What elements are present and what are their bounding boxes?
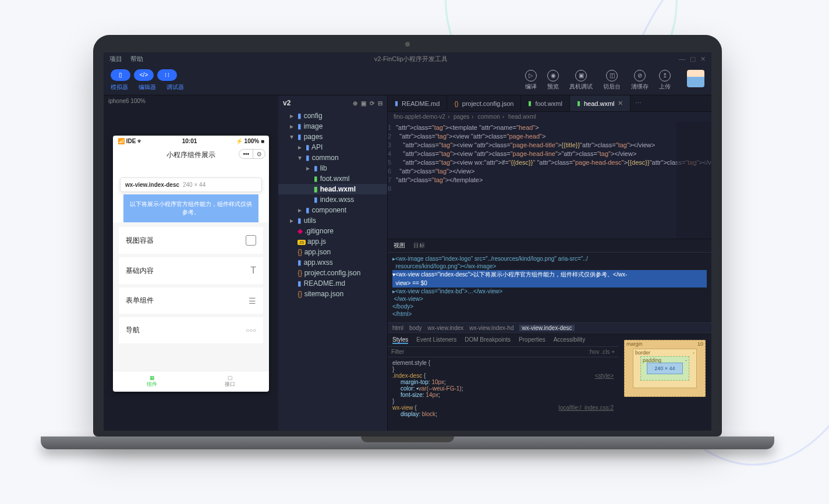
mode-editor-button[interactable]: </> <box>134 69 154 81</box>
phone-tabbar: ▦组件 ▢接口 <box>113 371 269 392</box>
dots-icon: ○○○ <box>246 327 256 333</box>
laptop-frame: 项目 帮助 v2-FinClip小程序开发工具 — ▢ ✕ ▯ </> ⫶⫶ 模… <box>93 35 722 449</box>
avatar[interactable] <box>687 70 704 87</box>
menu-help[interactable]: 帮助 <box>130 55 143 63</box>
editor-tabs: ▮ README.md{} project.config.json▮ foot.… <box>388 95 711 112</box>
new-file-icon[interactable]: ⊕ <box>353 100 357 107</box>
device-info: iphone6 100% <box>104 95 278 107</box>
toolbar: ▯ </> ⫶⫶ 模拟器 编辑器 调试器 ▷编译 ◉预览 ▣真机调试 ◫切后台 … <box>104 65 711 95</box>
editor-panel: ▮ README.md{} project.config.json▮ foot.… <box>388 95 711 431</box>
dom-breakpoints-tab[interactable]: DOM Breakpoints <box>465 336 511 344</box>
file-item[interactable]: ▮ app.wxss <box>278 257 387 268</box>
upload-button[interactable]: ↥上传 <box>659 70 671 91</box>
folder-item[interactable]: ▸ ▮ component <box>278 205 387 215</box>
list-item[interactable]: 表单组件☰ <box>119 288 263 314</box>
file-item[interactable]: ◆ .gitignore <box>278 226 387 236</box>
background-button[interactable]: ◫切后台 <box>603 70 621 91</box>
styles-filter-input[interactable] <box>391 349 589 355</box>
folder-item[interactable]: ▸ ▮ image <box>278 121 387 132</box>
editor-tab[interactable]: ▮ README.md <box>388 95 447 111</box>
add-style-icon[interactable]: + <box>611 349 615 355</box>
crumb-item[interactable]: wx-view.index-desc <box>519 325 574 331</box>
simulator-panel: iphone6 100% 📶 IDE ᯤ 10:01 ⚡ 100% ■ 小程序组… <box>104 95 278 431</box>
file-item[interactable]: ▮ index.wxss <box>278 194 387 205</box>
phone-title: 小程序组件展示 •••⊙ <box>113 147 269 164</box>
crumb-item[interactable]: wx-view.index-hd <box>469 325 513 331</box>
remote-debug-button[interactable]: ▣真机调试 <box>569 70 593 91</box>
file-item[interactable]: ▮ foot.wxml <box>278 173 387 184</box>
container-icon <box>246 235 256 246</box>
close-icon[interactable]: ✕ <box>700 55 706 63</box>
list-item[interactable]: 基础内容T <box>119 257 263 284</box>
file-item[interactable]: JS app.js <box>278 236 387 247</box>
file-item[interactable]: {} project.config.json <box>278 268 387 278</box>
close-circle-icon[interactable]: ⊙ <box>253 150 265 158</box>
properties-tab[interactable]: Properties <box>519 336 545 344</box>
mode-editor-label: 编辑器 <box>139 83 156 91</box>
cls-toggle[interactable]: .cls <box>601 349 610 355</box>
ide-screen: 项目 帮助 v2-FinClip小程序开发工具 — ▢ ✕ ▯ </> ⫶⫶ 模… <box>104 52 711 431</box>
camera-notch <box>405 42 410 47</box>
phone-statusbar: 📶 IDE ᯤ 10:01 ⚡ 100% ■ <box>113 136 269 147</box>
component-list: 视图容器 基础内容T 表单组件☰ 导航○○○ <box>113 222 269 371</box>
dom-breadcrumb: html body wx-view.index wx-view.index-hd… <box>388 322 711 333</box>
folder-item[interactable]: ▸ ▮ lib <box>278 163 387 173</box>
menu-project[interactable]: 项目 <box>109 55 122 63</box>
menu-icon: ☰ <box>249 296 256 306</box>
event-listeners-tab[interactable]: Event Listeners <box>416 336 456 344</box>
dt-tab-elements[interactable]: 视图 <box>394 242 405 250</box>
file-item[interactable]: {} app.json <box>278 247 387 257</box>
more-tabs-icon[interactable]: ⋯ <box>630 95 646 111</box>
editor-tab[interactable]: ▮ head.wxml ✕ <box>570 95 631 111</box>
tab-api[interactable]: ▢接口 <box>191 371 269 392</box>
project-root[interactable]: v2 <box>283 99 290 107</box>
folder-item[interactable]: ▸ ▮ utils <box>278 215 387 226</box>
crumb-item[interactable]: html <box>392 325 403 331</box>
more-icon[interactable]: ••• <box>239 150 253 158</box>
maximize-icon[interactable]: ▢ <box>690 55 696 63</box>
folder-item[interactable]: ▾ ▮ common <box>278 152 387 163</box>
list-item[interactable]: 视图容器 <box>119 227 263 254</box>
minimize-icon[interactable]: — <box>679 55 685 63</box>
code-editor[interactable]: 12345678 "attr">class="tag"><template "a… <box>388 122 711 239</box>
minimap[interactable] <box>676 122 711 239</box>
compile-button[interactable]: ▷编译 <box>525 70 537 91</box>
list-item[interactable]: 导航○○○ <box>119 317 263 343</box>
highlighted-element[interactable]: 以下将展示小程序官方组件能力，组件样式仅供参考。 <box>123 194 258 222</box>
editor-tab[interactable]: ▮ foot.wxml <box>521 95 569 111</box>
preview-button[interactable]: ◉预览 <box>547 70 559 91</box>
editor-tab[interactable]: {} project.config.json <box>447 95 521 111</box>
mode-debugger-button[interactable]: ⫶⫶ <box>157 69 177 81</box>
box-model: margin10 border- padding- 240 × 44 <box>618 334 711 431</box>
folder-item[interactable]: ▸ ▮ API <box>278 142 387 152</box>
folder-item[interactable]: ▸ ▮ config <box>278 111 387 121</box>
styles-tab[interactable]: Styles <box>392 336 408 344</box>
folder-item[interactable]: ▾ ▮ pages <box>278 132 387 142</box>
mode-simulator-label: 模拟器 <box>111 83 128 91</box>
dom-tree[interactable]: ▸<wx-image class="index-logo" src="../re… <box>388 253 711 322</box>
mode-debugger-label: 调试器 <box>166 83 184 91</box>
new-folder-icon[interactable]: ▣ <box>361 100 366 107</box>
crumb-item[interactable]: body <box>409 325 422 331</box>
mode-simulator-button[interactable]: ▯ <box>111 69 130 81</box>
inspector-tooltip: wx-view.index-desc240 × 44 <box>120 178 262 192</box>
crumb-item[interactable]: wx-view.index <box>428 325 464 331</box>
dt-tab-target[interactable]: 目标 <box>413 242 425 250</box>
file-item[interactable]: ▮ head.wxml <box>278 184 387 194</box>
file-item[interactable]: ▮ README.md <box>278 278 387 289</box>
accessibility-tab[interactable]: Accessibility <box>554 336 585 344</box>
tab-components[interactable]: ▦组件 <box>113 371 191 392</box>
refresh-icon[interactable]: ⟳ <box>370 100 374 107</box>
window-title: v2-FinClip小程序开发工具 <box>151 55 671 63</box>
breadcrumb: fino-applet-demo-v2› pages› common› head… <box>388 112 711 122</box>
menubar: 项目 帮助 v2-FinClip小程序开发工具 — ▢ ✕ <box>104 52 711 65</box>
css-rules[interactable]: element.style { } .index-desc {<style> m… <box>388 357 618 420</box>
text-icon: T <box>250 265 256 276</box>
file-explorer: v2 ⊕ ▣ ⟳ ⊟ ▸ ▮ config▸ ▮ image▾ ▮ pages▸… <box>278 95 388 431</box>
hov-toggle[interactable]: :hov <box>589 349 600 355</box>
file-item[interactable]: {} sitemap.json <box>278 289 387 299</box>
close-tab-icon[interactable]: ✕ <box>618 100 623 107</box>
devtools: 视图 目标 ▸<wx-image class="index-logo" src=… <box>388 239 711 431</box>
collapse-icon[interactable]: ⊟ <box>378 100 382 107</box>
clear-cache-button[interactable]: ⊘清缓存 <box>631 70 649 91</box>
